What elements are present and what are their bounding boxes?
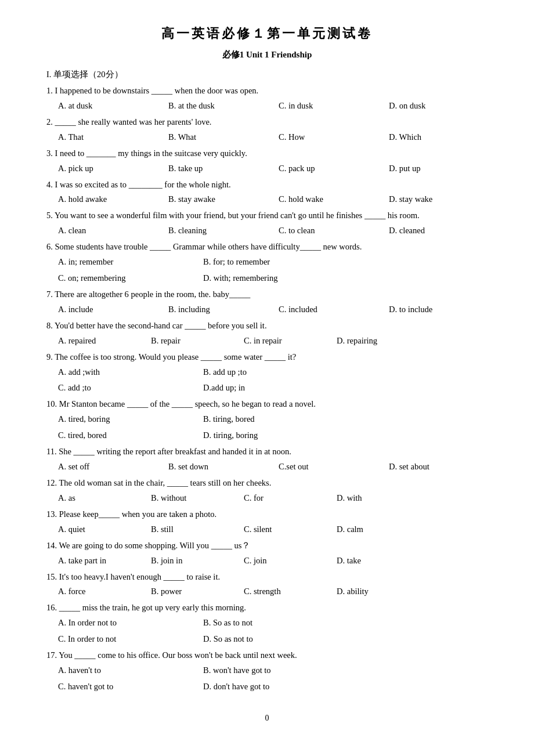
options-row-6: C. on; rememberingD. with; remembering — [58, 272, 488, 285]
option: A. repaired — [58, 334, 134, 348]
option: B. without — [151, 491, 226, 505]
question-13: 13. Please keep_____ when you are taken … — [46, 508, 488, 522]
section-title: I. 单项选择（20分） — [46, 68, 488, 82]
options-row-17: C. haven't got toD. don't have got to — [58, 680, 488, 694]
option: D. repairing — [337, 334, 412, 348]
option: B. cleaning — [168, 224, 261, 238]
options-row-9: A. add ;withB. add up ;to — [58, 366, 488, 379]
option: A. That — [58, 131, 151, 144]
question-2: 2. _____ she really wanted was her paren… — [46, 115, 488, 129]
option: C. included — [279, 303, 371, 317]
options-5: A. cleanB. cleaningC. to cleanD. cleaned — [58, 224, 488, 238]
questions-container: 1. I happened to be downstairs _____ whe… — [46, 84, 488, 694]
page-number: 0 — [46, 711, 488, 725]
option: A. haven't to — [58, 664, 186, 678]
options-4: A. hold awakeB. stay awakeC. hold wakeD.… — [58, 193, 488, 207]
question-7: 7. There are altogether 6 people in the … — [46, 288, 488, 302]
option: C. in dusk — [279, 99, 371, 113]
question-1: 1. I happened to be downstairs _____ whe… — [46, 84, 488, 98]
option: C. silent — [244, 523, 319, 537]
option: B. at the dusk — [168, 99, 261, 113]
option: D.add up; in — [203, 381, 331, 395]
option: B. still — [151, 523, 226, 537]
options-7: A. includeB. includingC. includedD. to i… — [58, 303, 488, 317]
option: D. calm — [337, 523, 412, 537]
option: D. to include — [389, 303, 482, 317]
option: D. take — [337, 554, 412, 568]
options-row-17: A. haven't toB. won't have got to — [58, 664, 488, 678]
option: D. cleaned — [389, 224, 482, 238]
options-row-6: A. in; rememberB. for; to remember — [58, 255, 488, 269]
option: C. hold wake — [279, 193, 371, 207]
options-11: A. set offB. set downC.set outD. set abo… — [58, 460, 488, 474]
option: A. tired, boring — [58, 413, 186, 426]
option: D. stay wake — [389, 193, 482, 207]
option: D. put up — [389, 162, 482, 176]
question-3: 3. I need to _______ my things in the su… — [46, 147, 488, 161]
option: A. pick up — [58, 162, 151, 176]
option: B. stay awake — [168, 193, 261, 207]
option: A. include — [58, 303, 151, 317]
question-8: 8. You'd better have the second-hand car… — [46, 319, 488, 333]
question-6: 6. Some students have trouble _____ Gram… — [46, 240, 488, 254]
option: A. in; remember — [58, 255, 186, 269]
option: D. tiring, boring — [203, 429, 331, 443]
options-row-14: A. take part inB. join inC. joinD. take — [58, 554, 488, 568]
question-4: 4. I was so excited as to ________ for t… — [46, 178, 488, 192]
option: B. won't have got to — [203, 664, 331, 678]
question-10: 10. Mr Stanton became _____ of the _____… — [46, 397, 488, 411]
option: B. including — [168, 303, 261, 317]
option: A. force — [58, 585, 134, 599]
option: D. with — [337, 491, 412, 505]
option: C. for — [244, 491, 319, 505]
option: B. tiring, bored — [203, 413, 331, 426]
options-row-15: A. forceB. powerC. strengthD. ability — [58, 585, 488, 599]
question-17: 17. You _____ come to his office. Our bo… — [46, 649, 488, 663]
option: C. on; remembering — [58, 272, 186, 285]
option: C. add ;to — [58, 381, 186, 395]
question-14: 14. We are going to do some shopping. Wi… — [46, 539, 488, 553]
option: B. What — [168, 131, 261, 144]
options-1: A. at duskB. at the duskC. in duskD. on … — [58, 99, 488, 113]
option: D. ability — [337, 585, 412, 599]
subtitle: 必修1 Unit 1 Friendship — [46, 48, 488, 62]
option: A. hold awake — [58, 193, 151, 207]
options-row-9: C. add ;toD.add up; in — [58, 381, 488, 395]
question-5: 5. You want to see a wonderful film with… — [46, 209, 488, 223]
option: D. don't have got to — [203, 680, 331, 694]
option: D. on dusk — [389, 99, 482, 113]
option: A. In order not to — [58, 616, 186, 630]
option: A. as — [58, 491, 134, 505]
option: B. So as to not — [203, 616, 331, 630]
option: C. join — [244, 554, 319, 568]
option: C. strength — [244, 585, 319, 599]
options-3: A. pick upB. take upC. pack upD. put up — [58, 162, 488, 176]
option: B. join in — [151, 554, 226, 568]
option: B. power — [151, 585, 226, 599]
options-row-16: C. In order to notD. So as not to — [58, 632, 488, 646]
option: C. tired, bored — [58, 429, 186, 443]
option: D. Which — [389, 131, 482, 144]
option: D. with; remembering — [203, 272, 331, 285]
option: B. add up ;to — [203, 366, 331, 379]
option: C. In order to not — [58, 632, 186, 646]
question-15: 15. It's too heavy.I haven't enough ____… — [46, 570, 488, 584]
options-row-16: A. In order not toB. So as to not — [58, 616, 488, 630]
options-2: A. ThatB. WhatC. HowD. Which — [58, 131, 488, 144]
options-row-10: A. tired, boringB. tiring, bored — [58, 413, 488, 426]
option: A. take part in — [58, 554, 134, 568]
option: A. quiet — [58, 523, 134, 537]
option: B. set down — [168, 460, 261, 474]
options-row-12: A. asB. withoutC. forD. with — [58, 491, 488, 505]
option: A. clean — [58, 224, 151, 238]
option: C. haven't got to — [58, 680, 186, 694]
options-row-13: A. quietB. stillC. silentD. calm — [58, 523, 488, 537]
option: C. in repair — [244, 334, 319, 348]
option: B. for; to remember — [203, 255, 331, 269]
question-9: 9. The coffee is too strong. Would you p… — [46, 350, 488, 364]
option: A. add ;with — [58, 366, 186, 379]
question-16: 16. _____ miss the train, he got up very… — [46, 601, 488, 615]
question-11: 11. She _____ writing the report after b… — [46, 445, 488, 459]
option: B. take up — [168, 162, 261, 176]
option: C.set out — [279, 460, 371, 474]
